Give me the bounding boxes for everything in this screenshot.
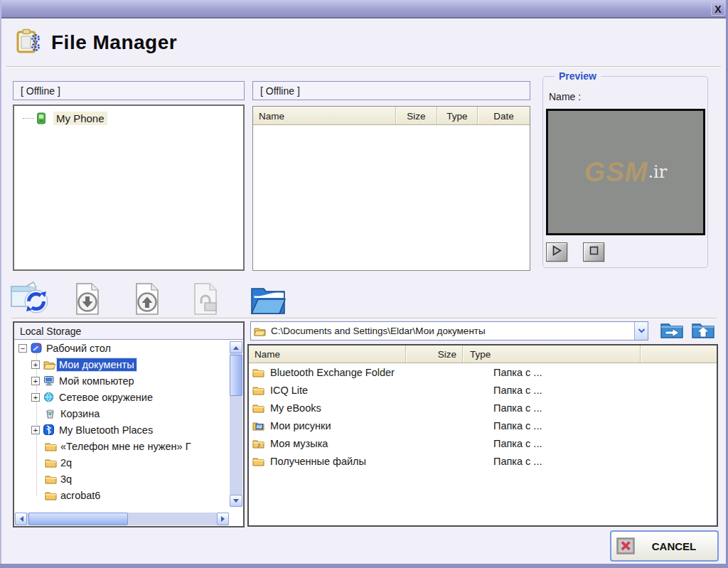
- file-type: Папка с ...: [493, 402, 717, 414]
- bluetooth-icon: [43, 424, 57, 435]
- folder-up-icon: [691, 321, 715, 342]
- file-type: Папка с ...: [493, 438, 717, 449]
- column-header-type[interactable]: Type: [437, 107, 477, 124]
- folder-icon: [45, 458, 58, 468]
- file-row[interactable]: Полученные файлыПапка с ...: [249, 452, 717, 470]
- local-storage-title: Local Storage: [14, 323, 243, 340]
- folder-go-icon: [660, 321, 684, 342]
- up-directory-button[interactable]: [690, 321, 717, 341]
- tree-item-label: My Phone: [53, 112, 107, 125]
- chevron-down-icon[interactable]: [634, 322, 648, 340]
- window-edge-left: [0, 0, 1, 568]
- remote-status-box: [ Offline ]: [252, 81, 530, 100]
- file-name: ICQ Lite: [270, 385, 308, 396]
- tree-expander-icon[interactable]: +: [31, 393, 40, 402]
- tree-item[interactable]: acrobat6: [14, 487, 243, 503]
- header-divider: [6, 66, 721, 67]
- file-manager-window: X File Manager [ Offline ] [ Offline ]: [0, 0, 728, 568]
- close-icon[interactable]: X: [711, 2, 725, 16]
- file-row[interactable]: Мои рисункиПапка с ...: [249, 417, 717, 434]
- play-icon: [551, 245, 562, 259]
- file-type: Папка с ...: [493, 420, 717, 432]
- tree-expander-icon[interactable]: +: [31, 377, 40, 385]
- stop-button[interactable]: [583, 242, 604, 262]
- column-header-size[interactable]: Size: [405, 345, 462, 363]
- tree-item-label: My Bluetooth Places: [57, 424, 155, 436]
- path-value[interactable]: C:\Documents and Settings\Eldar\Мои доку…: [271, 326, 634, 336]
- file-manager-icon: [16, 28, 44, 58]
- scroll-up-icon[interactable]: [230, 341, 242, 353]
- path-combobox[interactable]: C:\Documents and Settings\Eldar\Мои доку…: [250, 321, 648, 341]
- file-name: Моя музыка: [270, 438, 328, 449]
- tree-item[interactable]: «Телефон мне не нужен» Г: [14, 438, 243, 454]
- upload-icon: [131, 306, 164, 318]
- toolbar-divider: [11, 318, 717, 318]
- folder-icon: [45, 491, 58, 500]
- scroll-right-icon[interactable]: [217, 513, 229, 525]
- download-button[interactable]: [71, 282, 104, 318]
- scroll-left-icon[interactable]: [15, 513, 27, 525]
- tree-item-label: Мой компьютер: [57, 375, 136, 387]
- tree-item-my-phone[interactable]: My Phone: [23, 112, 107, 125]
- desktop-icon: [31, 343, 44, 353]
- preview-legend: Preview: [555, 70, 601, 82]
- tree-item[interactable]: −Рабочий стол: [14, 340, 243, 356]
- file-name: Полученные файлы: [270, 456, 366, 467]
- tree-connector: [23, 118, 34, 119]
- column-header-size[interactable]: Size: [395, 107, 437, 124]
- remote-files-panel: Name Size Type Date: [252, 106, 530, 271]
- column-header-name[interactable]: Name: [249, 349, 405, 360]
- tree-item[interactable]: 2q: [14, 454, 243, 471]
- play-button[interactable]: [546, 242, 567, 262]
- tree-item[interactable]: +My Bluetooth Places: [14, 422, 243, 438]
- tree-expander-icon[interactable]: +: [31, 360, 40, 369]
- local-storage-panel: Local Storage −Рабочий стол+Мои документ…: [13, 321, 245, 527]
- svg-text:♪: ♪: [257, 441, 261, 449]
- file-row[interactable]: My eBooksПапка с ...: [249, 399, 717, 417]
- tree-item-label: Рабочий стол: [44, 342, 113, 355]
- scrollbar-thumb[interactable]: [28, 513, 128, 525]
- tree-item-label: Сетевое окружение: [57, 391, 155, 404]
- phone-tree-panel[interactable]: My Phone: [13, 105, 245, 271]
- column-header-date[interactable]: Date: [477, 107, 530, 124]
- folder-icon: [252, 456, 266, 466]
- sync-button[interactable]: [10, 280, 51, 318]
- column-header-blank: [640, 345, 717, 363]
- preview-group: Preview Name : GSM.ir: [542, 76, 708, 268]
- open-folder-button[interactable]: [250, 284, 286, 318]
- locked-file-icon: [189, 306, 222, 318]
- upload-button[interactable]: [131, 282, 164, 318]
- folder-icon: [252, 403, 266, 413]
- tree-expander-icon[interactable]: −: [18, 344, 27, 353]
- horizontal-scrollbar[interactable]: [15, 513, 229, 525]
- file-name: Мои рисунки: [270, 420, 331, 432]
- go-to-folder-button[interactable]: [658, 321, 685, 341]
- preview-name-label: Name :: [549, 91, 581, 102]
- file-row[interactable]: Bluetooth Exchange FolderПапка с ...: [249, 363, 717, 381]
- tree-expander-icon[interactable]: +: [31, 426, 40, 434]
- recycle-icon: [45, 408, 58, 419]
- scroll-down-icon[interactable]: [230, 495, 242, 507]
- phone-status-box: [ Offline ]: [13, 81, 245, 100]
- scrollbar-thumb[interactable]: [230, 355, 242, 396]
- phone-icon: [36, 112, 50, 124]
- file-type: Папка с ...: [493, 367, 717, 378]
- tree-item[interactable]: +Мой компьютер: [14, 373, 243, 389]
- file-row[interactable]: ♪Моя музыкаПапка с ...: [249, 434, 717, 452]
- tree-item-label: 2q: [58, 456, 74, 469]
- folder-icon: [45, 474, 58, 484]
- tree-item[interactable]: +Мои документы: [14, 356, 243, 373]
- column-header-type[interactable]: Type: [462, 345, 640, 363]
- tree-item[interactable]: +Сетевое окружение: [14, 389, 243, 405]
- file-row[interactable]: ICQ LiteПапка с ...: [249, 381, 717, 399]
- tree-item[interactable]: 3q: [14, 471, 243, 487]
- titlebar[interactable]: X: [0, 0, 728, 18]
- tree-item-label: «Телефон мне не нужен» Г: [58, 440, 193, 453]
- tree-item-label: 3q: [58, 473, 74, 486]
- cancel-button[interactable]: CANCEL: [610, 530, 719, 562]
- tree-item[interactable]: Корзина: [14, 405, 243, 422]
- locked-file-button[interactable]: [189, 282, 222, 318]
- page-title: File Manager: [51, 31, 177, 54]
- vertical-scrollbar[interactable]: [230, 341, 242, 507]
- column-header-name[interactable]: Name: [253, 110, 395, 122]
